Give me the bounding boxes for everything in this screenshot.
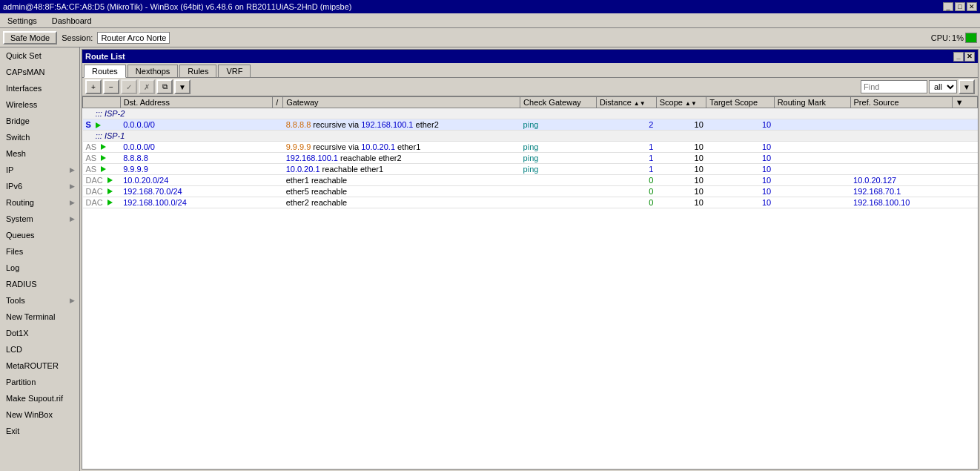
table-row[interactable]: AS 0.0.0.0/0 9.9.9.9 recursive via 10.0.… — [83, 142, 978, 153]
sidebar-item-queues[interactable]: Queues — [0, 227, 79, 243]
tab-nexthops[interactable]: Nexthops — [128, 65, 178, 77]
sidebar-item-new-terminal[interactable]: New Terminal — [0, 309, 79, 325]
row-dst: 192.168.100.0/24 — [120, 197, 273, 208]
content-area: Route List _ ✕ Routes Nexthops Rules VRF… — [80, 47, 980, 471]
sidebar-item-make-supout[interactable]: Make Supout.rif — [0, 390, 79, 406]
title-bar-buttons: _ □ ✕ — [943, 2, 977, 11]
sidebar-item-partition[interactable]: Partition — [0, 374, 79, 390]
sidebar-item-mesh[interactable]: Mesh — [0, 145, 79, 162]
top-toolbar: Safe Mode Session: Router Arco Norte CPU… — [0, 28, 980, 47]
row-dst: 10.0.20.0/24 — [120, 175, 273, 186]
add-button[interactable]: + — [85, 79, 102, 94]
sidebar-item-ipv6[interactable]: IPv6▶ — [0, 178, 79, 194]
table-row[interactable]: S 0.0.0.0/0 8.8.8.8 recursive via 192.16… — [83, 119, 978, 131]
row-prefsource — [850, 153, 952, 164]
row-scope: 10 — [656, 197, 706, 208]
sidebar-item-log[interactable]: Log — [0, 260, 79, 276]
sidebar-item-files[interactable]: Files — [0, 243, 79, 260]
col-header-distance[interactable]: Distance ▲▼ — [596, 97, 656, 108]
sidebar-item-wireless[interactable]: Wireless — [0, 96, 79, 113]
row-gateway: 8.8.8.8 recursive via 192.168.100.1 ethe… — [283, 119, 520, 131]
col-header-gateway[interactable]: Gateway — [283, 97, 520, 108]
filter-button[interactable]: ▼ — [174, 79, 191, 94]
disable-button[interactable]: ✗ — [139, 79, 155, 94]
sidebar-item-ip[interactable]: IP▶ — [0, 162, 79, 178]
sidebar-item-system[interactable]: System▶ — [0, 211, 79, 227]
sidebar-item-interfaces[interactable]: Interfaces — [0, 80, 79, 96]
sidebar-item-switch[interactable]: Switch — [0, 129, 79, 145]
safe-mode-button[interactable]: Safe Mode — [3, 31, 57, 45]
menu-dashboard[interactable]: Dashboard — [47, 16, 96, 26]
sidebar-item-new-winbox[interactable]: New WinBox — [0, 406, 79, 423]
route-window-title: Route List — [85, 52, 125, 61]
row-type-as: AS — [83, 153, 121, 164]
row-prefsource — [850, 119, 952, 131]
tab-routes[interactable]: Routes — [84, 65, 126, 78]
row-extra — [952, 153, 977, 164]
sidebar-item-lcd[interactable]: LCD — [0, 341, 79, 358]
row-routingmark — [774, 164, 850, 175]
table-row[interactable]: AS 9.9.9.9 10.0.20.1 reachable ether1 pi… — [83, 164, 978, 175]
sidebar-item-tools[interactable]: Tools▶ — [0, 292, 79, 309]
col-header-dst[interactable]: Dst. Address — [120, 97, 273, 108]
session-value: Router Arco Norte — [97, 32, 170, 44]
row-slash — [273, 153, 283, 164]
row-gateway: ether5 reachable — [283, 186, 520, 197]
row-scope: 10 — [656, 119, 706, 131]
col-header-extra[interactable]: ▼ — [952, 97, 977, 108]
row-type-as: AS — [83, 142, 121, 153]
row-routingmark — [774, 197, 850, 208]
row-routingmark — [774, 186, 850, 197]
find-select[interactable]: all — [929, 80, 957, 93]
col-header-slash[interactable]: / — [273, 97, 283, 108]
find-input[interactable] — [861, 80, 927, 93]
remove-button[interactable]: − — [103, 79, 119, 94]
sidebar-item-routing[interactable]: Routing▶ — [0, 194, 79, 211]
row-checkgw — [520, 197, 597, 208]
title-bar-text: admin@48:8F:5A:CF:A8:D5 (MikroTik) - Win… — [3, 2, 351, 11]
row-prefsource: 192.168.100.10 — [850, 197, 952, 208]
row-gateway: ether2 reachable — [283, 197, 520, 208]
maximize-button[interactable]: □ — [955, 2, 965, 11]
row-scope: 10 — [656, 164, 706, 175]
sidebar-item-radius[interactable]: RADIUS — [0, 276, 79, 292]
group-isp2: ::: ISP-2 — [83, 108, 978, 119]
chevron-right-icon: ▶ — [70, 196, 75, 209]
table-row[interactable]: DAC 10.0.20.0/24 ether1 reachable 0 10 1… — [83, 175, 978, 186]
row-type-dac: DAC — [83, 197, 121, 208]
col-header-scope[interactable]: Scope ▲▼ — [656, 97, 706, 108]
col-header-checkgw[interactable]: Check Gateway — [520, 97, 597, 108]
route-table-wrapper[interactable]: Dst. Address / Gateway Check Gateway Dis… — [82, 96, 978, 469]
col-header-flag[interactable] — [83, 97, 121, 108]
sidebar-item-capsman[interactable]: CAPsMAN — [0, 64, 79, 80]
table-row[interactable]: DAC 192.168.100.0/24 ether2 reachable 0 … — [83, 197, 978, 208]
table-row[interactable]: DAC 192.168.70.0/24 ether5 reachable 0 1… — [83, 186, 978, 197]
sidebar-item-exit[interactable]: Exit — [0, 423, 79, 439]
row-routingmark — [774, 142, 850, 153]
row-scope: 10 — [656, 175, 706, 186]
table-row[interactable]: AS 8.8.8.8 192.168.100.1 reachable ether… — [83, 153, 978, 164]
chevron-right-icon: ▶ — [70, 163, 75, 177]
find-dropdown-button[interactable]: ▼ — [959, 79, 975, 94]
route-window-close[interactable]: ✕ — [964, 52, 975, 62]
col-header-targetscope[interactable]: Target Scope — [706, 97, 774, 108]
tab-vrf[interactable]: VRF — [218, 65, 251, 77]
row-distance: 2 — [596, 119, 656, 131]
row-distance: 1 — [596, 153, 656, 164]
copy-button[interactable]: ⧉ — [156, 79, 173, 94]
tab-rules[interactable]: Rules — [179, 65, 216, 77]
sidebar-item-quickset[interactable]: Quick Set — [0, 47, 79, 64]
enable-button[interactable]: ✓ — [121, 79, 137, 94]
col-header-prefsource[interactable]: Pref. Source — [850, 97, 952, 108]
sidebar-item-bridge[interactable]: Bridge — [0, 113, 79, 129]
col-header-routingmark[interactable]: Routing Mark — [774, 97, 850, 108]
route-window-minimize[interactable]: _ — [953, 52, 964, 62]
sidebar-item-dot1x[interactable]: Dot1X — [0, 325, 79, 341]
sidebar-item-metarouter[interactable]: MetaROUTER — [0, 358, 79, 374]
row-dst: 0.0.0.0/0 — [120, 119, 273, 131]
close-button[interactable]: ✕ — [967, 2, 977, 11]
row-targetscope: 10 — [706, 119, 774, 131]
menu-settings[interactable]: Settings — [3, 16, 42, 26]
row-extra — [952, 164, 977, 175]
minimize-button[interactable]: _ — [943, 2, 953, 11]
